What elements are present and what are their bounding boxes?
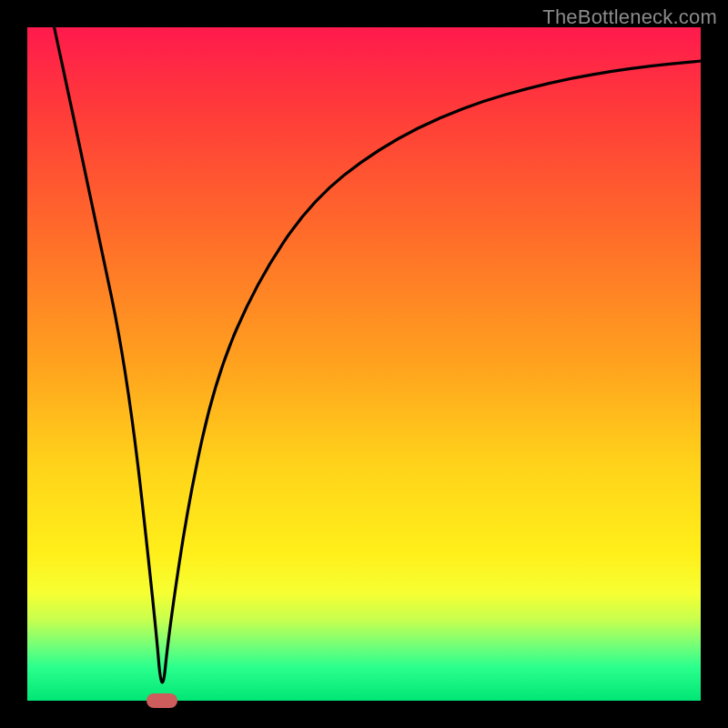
optimum-marker <box>147 693 177 708</box>
curve-path <box>55 27 701 682</box>
chart-stage: TheBottleneck.com <box>0 0 728 728</box>
watermark-text: TheBottleneck.com <box>542 5 717 29</box>
plot-area <box>27 27 701 701</box>
bottleneck-curve <box>27 27 701 701</box>
